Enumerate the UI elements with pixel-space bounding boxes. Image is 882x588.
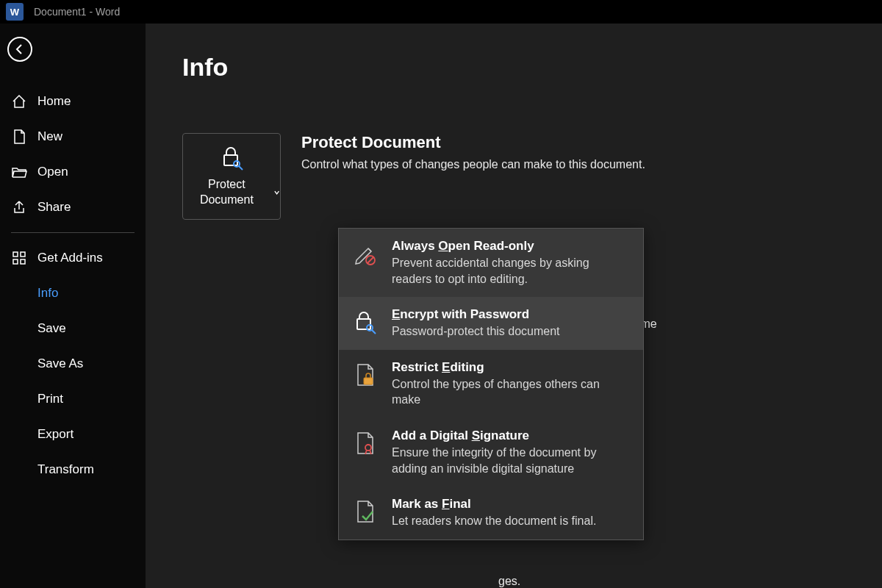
page-title: Info — [182, 53, 845, 82]
svg-rect-7 — [357, 319, 370, 329]
sidebar-item-label: Save As — [37, 356, 83, 371]
svg-rect-3 — [21, 259, 25, 264]
dropdown-item-desc: Control the types of changes others can … — [392, 376, 630, 408]
share-icon — [11, 199, 27, 215]
dropdown-item-title: Add a Digital Signature — [392, 429, 630, 443]
word-app-icon: W — [6, 3, 24, 21]
sidebar-item-label: Info — [37, 286, 58, 301]
sidebar-item-label: Share — [37, 200, 71, 215]
dropdown-item-encrypt[interactable]: Encrypt with Password Password-protect t… — [339, 297, 643, 350]
dropdown-item-desc: Let readers know the document is final. — [392, 513, 630, 529]
back-button[interactable] — [7, 37, 32, 62]
word-app-letter: W — [10, 7, 19, 18]
addins-icon — [11, 251, 27, 265]
dropdown-item-desc: Ensure the integrity of the document by … — [392, 445, 630, 476]
dropdown-item-desc: Prevent accidental changes by asking rea… — [392, 255, 630, 287]
sidebar-item-export[interactable]: Export — [0, 417, 146, 452]
sidebar-item-label: Print — [37, 392, 63, 406]
sidebar-item-label: New — [37, 129, 62, 144]
protect-document-dropdown: Always Open Read-only Prevent accidental… — [338, 228, 644, 540]
protect-document-info: Protect Document Control what types of c… — [301, 133, 645, 171]
protect-button-label: Protect Document — [183, 177, 270, 208]
dropdown-item-title: Mark as Final — [392, 497, 630, 512]
folder-icon — [11, 165, 27, 179]
protect-document-button[interactable]: Protect Document — [182, 133, 281, 220]
chevron-down-icon — [273, 189, 280, 196]
sidebar-item-home[interactable]: Home — [0, 84, 146, 119]
doc-check-icon — [352, 498, 379, 525]
lock-key-icon — [352, 309, 379, 335]
sidebar-item-share[interactable]: Share — [0, 190, 146, 225]
sidebar-item-save[interactable]: Save — [0, 311, 146, 346]
doc-restrict-icon — [352, 362, 379, 388]
lock-key-icon — [218, 145, 245, 171]
svg-rect-0 — [13, 252, 18, 257]
sidebar-item-transform[interactable]: Transform — [0, 452, 146, 487]
sidebar-item-open[interactable]: Open — [0, 154, 146, 190]
sidebar-item-info[interactable]: Info — [0, 276, 146, 311]
sidebar-item-label: Save — [37, 321, 66, 336]
home-icon — [11, 93, 27, 110]
window-title: Document1 - Word — [34, 6, 120, 18]
back-arrow-icon — [13, 43, 26, 56]
sidebar-item-label: Open — [37, 165, 68, 179]
dropdown-item-restrict[interactable]: Restrict Editing Control the types of ch… — [339, 350, 643, 418]
dropdown-item-signature[interactable]: Add a Digital Signature Ensure the integ… — [339, 418, 643, 487]
backstage-sidebar: Home New Open Share Get Add-ins — [0, 24, 146, 588]
new-doc-icon — [11, 129, 27, 145]
sidebar-item-saveas[interactable]: Save As — [0, 346, 146, 381]
sidebar-item-print[interactable]: Print — [0, 381, 146, 417]
svg-rect-1 — [21, 252, 25, 257]
pencil-no-icon — [352, 240, 379, 267]
sidebar-divider — [11, 232, 135, 233]
sidebar-item-label: Transform — [37, 462, 94, 477]
section-description: Control what types of changes people can… — [301, 158, 645, 171]
dropdown-item-title: Restrict Editing — [392, 360, 630, 375]
background-text: ges. — [498, 575, 520, 588]
sidebar-item-new[interactable]: New — [0, 119, 146, 154]
sidebar-item-label: Get Add-ins — [37, 251, 103, 265]
sidebar-item-label: Home — [37, 94, 71, 109]
sidebar-item-label: Export — [37, 427, 74, 442]
dropdown-item-title: Always Open Read-only — [392, 239, 630, 254]
title-bar: W Document1 - Word — [0, 0, 882, 24]
dropdown-item-desc: Password-protect this document — [392, 323, 630, 340]
svg-rect-4 — [224, 155, 237, 165]
dropdown-item-title: Encrypt with Password — [392, 307, 630, 322]
section-heading: Protect Document — [301, 133, 645, 152]
svg-rect-9 — [364, 378, 373, 384]
info-page: Info Protect Document Protect Document C… — [146, 24, 882, 588]
sidebar-item-addins[interactable]: Get Add-ins — [0, 240, 146, 276]
dropdown-item-final[interactable]: Mark as Final Let readers know the docum… — [339, 487, 643, 539]
svg-rect-2 — [13, 259, 18, 264]
doc-ribbon-icon — [352, 430, 379, 456]
dropdown-item-readonly[interactable]: Always Open Read-only Prevent accidental… — [339, 229, 643, 297]
